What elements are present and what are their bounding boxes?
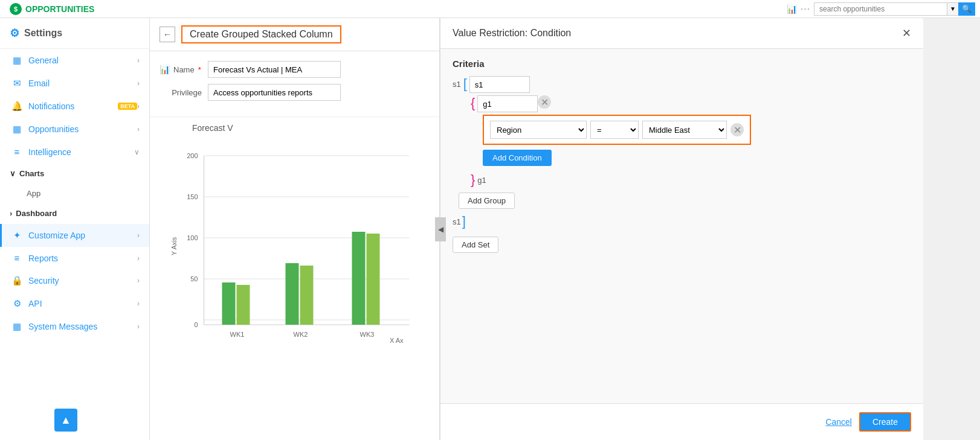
system-icon: ▦ [11, 321, 22, 332]
sidebar-item-notifications[interactable]: 🔔 Notifications BETA › [0, 95, 149, 118]
chart-svg: 200 150 100 50 0 Y Axis X Ax WK1 [156, 138, 433, 367]
notifications-icon: 🔔 [11, 101, 22, 112]
name-row: 📊 Name * [160, 61, 430, 78]
chart-panel-header: ← Create Grouped Stacked Column [150, 18, 439, 51]
set-close-row: s1 ] [453, 215, 911, 228]
set-bracket-close-icon: ] [462, 215, 466, 228]
search-dropdown-button[interactable]: ▼ [947, 2, 958, 16]
group-close-row: } g1 [471, 173, 911, 187]
privilege-label: Privilege [160, 88, 202, 97]
sidebar-title: Settings [24, 28, 62, 39]
chevron-right-icon: › [10, 209, 12, 218]
criteria-label: Criteria [453, 59, 911, 69]
sidebar-item-opportunities[interactable]: ▦ Opportunities › [0, 118, 149, 141]
set-input[interactable] [469, 76, 530, 93]
topbar: $ OPPORTUNITIES 📊 ··· ▼ 🔍 [0, 0, 980, 18]
sidebar-item-label: Intelligence [28, 147, 134, 157]
svg-text:WK3: WK3 [360, 331, 375, 338]
search-button[interactable]: 🔍 [958, 2, 975, 16]
topbar-controls: 📊 ··· ▼ 🔍 [787, 2, 975, 16]
restriction-title: Value Restriction: Condition [453, 28, 571, 39]
remove-condition-button[interactable]: ✕ [730, 123, 744, 136]
settings-icon: ⚙ [10, 27, 19, 40]
search-input[interactable] [814, 2, 947, 16]
chevron-icon: › [137, 102, 140, 110]
group-bracket-close-icon: } [471, 173, 475, 187]
sidebar-item-reports[interactable]: ≡ Reports › [0, 247, 149, 269]
charts-app-item[interactable]: App [0, 184, 149, 203]
opportunities-icon: ▦ [11, 124, 22, 135]
sidebar-item-api[interactable]: ⚙ API › [0, 292, 149, 315]
add-condition-button[interactable]: Add Condition [483, 150, 552, 166]
svg-text:200: 200 [187, 152, 198, 159]
group-close-label: g1 [477, 176, 486, 185]
collapse-button[interactable]: ◀ [435, 217, 446, 241]
sidebar-item-customize[interactable]: ✦ Customize App › [0, 224, 149, 247]
general-icon: ▦ [11, 55, 22, 66]
svg-text:100: 100 [187, 234, 198, 241]
content-area: ← Create Grouped Stacked Column 📊 Name *… [150, 18, 980, 440]
chevron-icon: › [137, 125, 140, 133]
chevron-icon: › [137, 231, 140, 240]
sidebar-item-intelligence[interactable]: ≡ Intelligence ∨ [0, 141, 149, 163]
bar [367, 234, 380, 325]
search-wrapper: ▼ 🔍 [814, 2, 975, 16]
sidebar-item-general[interactable]: ▦ General › [0, 49, 149, 72]
dashboard-section[interactable]: › Dashboard [0, 203, 149, 224]
chevron-icon: › [137, 299, 140, 308]
chart-display-title: Forecast V [156, 123, 233, 133]
customize-icon: ✦ [11, 230, 22, 241]
app-name: OPPORTUNITIES [25, 4, 94, 14]
svg-text:0: 0 [194, 321, 198, 328]
svg-text:X Ax: X Ax [390, 337, 404, 344]
bar [222, 282, 236, 325]
chart-area: Forecast V 200 150 100 50 [150, 117, 439, 440]
sidebar-item-security[interactable]: 🔒 Security › [0, 269, 149, 292]
value-select[interactable]: Middle East North America Europe Asia Pa… [642, 121, 727, 139]
sidebar-item-email[interactable]: ✉ Email › [0, 72, 149, 95]
bar [237, 285, 250, 325]
field-select[interactable]: Region Territory Sales Stage Amount [490, 121, 587, 139]
api-icon: ⚙ [11, 298, 22, 309]
add-set-button[interactable]: Add Set [453, 237, 498, 253]
back-button[interactable]: ← [160, 27, 175, 42]
svg-text:WK2: WK2 [294, 331, 308, 338]
bar [286, 263, 299, 325]
add-group-wrapper: Add Group [459, 190, 911, 209]
sidebar-header: ⚙ Settings [0, 18, 149, 49]
chevron-icon: ∨ [134, 148, 140, 156]
operator-select[interactable]: = != > < [590, 121, 639, 139]
create-button[interactable]: Create [859, 412, 911, 432]
bar-chart-icon[interactable]: 📊 [787, 4, 797, 14]
privilege-row: Privilege [160, 84, 430, 101]
main-layout: ⚙ Settings ▦ General › ✉ Email › 🔔 Notif… [0, 18, 980, 440]
chevron-icon: › [137, 79, 140, 88]
sidebar-item-system[interactable]: ▦ System Messages › [0, 315, 149, 338]
set-label: s1 [453, 76, 461, 89]
close-button[interactable]: ✕ [902, 27, 911, 40]
remove-group-button[interactable]: ✕ [538, 95, 551, 109]
sidebar-item-label: Security [28, 276, 137, 285]
group-input[interactable] [477, 95, 538, 112]
svg-text:150: 150 [187, 193, 198, 200]
privilege-input[interactable] [208, 84, 341, 101]
add-group-button[interactable]: Add Group [459, 193, 515, 209]
svg-text:Y Axis: Y Axis [170, 237, 178, 255]
group-bracket-open-icon: { [471, 95, 475, 110]
beta-badge: BETA [118, 103, 137, 110]
sidebar-item-label: Notifications [28, 101, 114, 111]
condition-row: Region Territory Sales Stage Amount = !=… [483, 115, 751, 145]
cancel-button[interactable]: Cancel [825, 417, 852, 427]
set-bracket-open: s1 [ [453, 76, 911, 93]
reports-icon: ≡ [11, 253, 22, 263]
email-icon: ✉ [11, 78, 22, 89]
restriction-panel: Value Restriction: Condition ✕ Criteria … [440, 18, 923, 440]
more-options-icon[interactable]: ··· [801, 4, 810, 14]
charts-section[interactable]: ∨ Charts [0, 163, 149, 184]
group-row: { ✕ [471, 95, 911, 112]
bar [300, 266, 314, 325]
app-logo: $ OPPORTUNITIES [5, 3, 94, 15]
restriction-body: Criteria s1 [ { ✕ [440, 49, 923, 263]
scroll-up-button[interactable]: ▲ [54, 409, 77, 432]
chart-name-input[interactable] [208, 61, 341, 78]
